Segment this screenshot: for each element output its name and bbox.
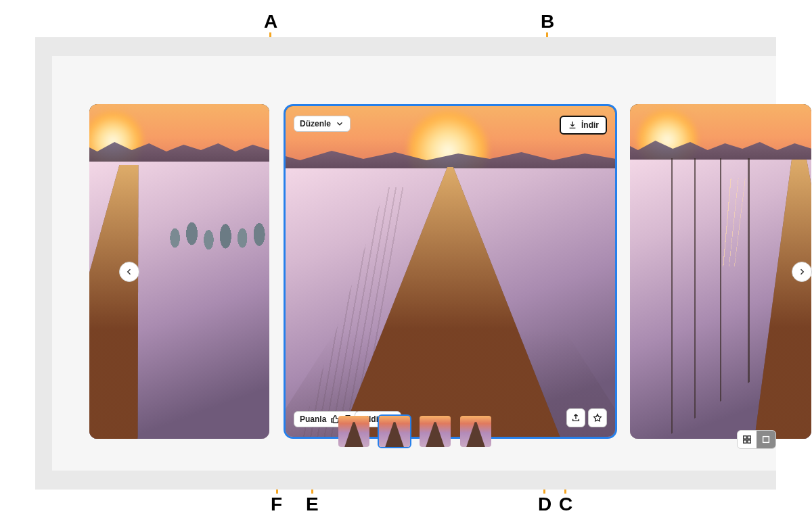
thumbnail-strip [337,414,493,448]
svg-rect-0 [744,436,746,439]
edit-button[interactable]: Düzenle [294,116,351,132]
single-icon [761,435,771,444]
rate-button-label: Puanla [300,414,326,424]
svg-rect-3 [748,440,750,443]
svg-rect-1 [748,436,750,439]
thumbnail-4[interactable] [459,414,493,448]
grid-icon [742,435,752,444]
download-icon [568,120,577,130]
chevron-left-icon [125,268,133,276]
svg-rect-2 [744,440,746,443]
svg-rect-4 [763,437,769,443]
carousel-prev-button[interactable] [119,262,139,282]
share-button[interactable] [566,408,585,427]
carousel-card-current: Düzenle İndir Puanla Bildir [284,104,617,439]
edit-button-label: Düzenle [300,119,331,128]
thumbnail-2[interactable] [378,414,411,448]
carousel-next-button[interactable] [792,262,812,282]
generated-image-next [630,104,811,439]
favorite-button[interactable] [588,408,607,427]
download-button-label: İndir [581,120,599,130]
star-icon [593,413,602,423]
thumbnail-3[interactable] [418,414,452,448]
generated-image-current [286,106,615,437]
callout-B: B [541,11,554,32]
generated-image-prev [89,104,269,439]
thumbnail-1[interactable] [337,414,371,448]
callout-E: E [306,494,319,515]
grid-view-button[interactable] [738,431,757,448]
callout-F: F [271,494,282,515]
carousel-card-next[interactable] [630,104,811,439]
share-icon [571,413,581,423]
view-mode-toggle [737,430,776,449]
chevron-down-icon [335,119,344,128]
callout-C: C [559,494,572,515]
carousel-card-prev[interactable] [89,104,269,439]
image-carousel: Düzenle İndir Puanla Bildir [89,104,811,439]
callout-A: A [264,11,277,32]
download-button[interactable]: İndir [560,116,607,135]
callout-D: D [538,494,551,515]
chevron-right-icon [798,268,806,276]
app-frame: Düzenle İndir Puanla Bildir [35,37,776,490]
single-view-button[interactable] [757,431,775,448]
